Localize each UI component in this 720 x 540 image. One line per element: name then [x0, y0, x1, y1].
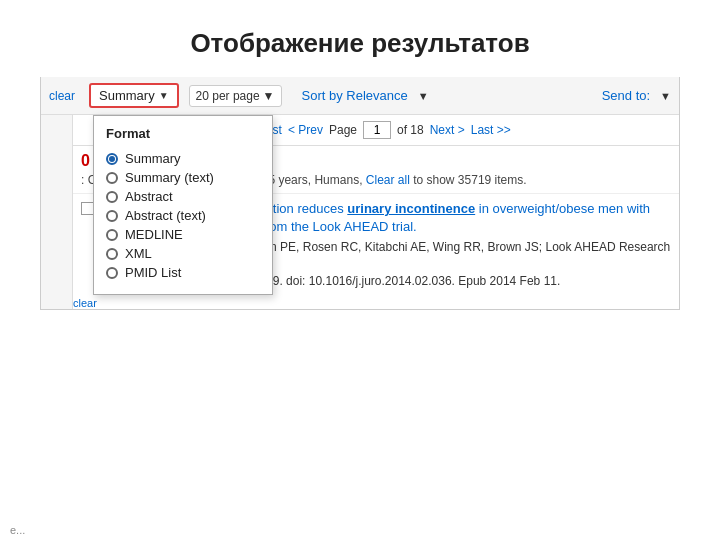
format-abstract-text-label: Abstract (text): [125, 208, 206, 223]
radio-xml-icon: [106, 248, 118, 260]
radio-abstract-icon: [106, 191, 118, 203]
radio-pmid-icon: [106, 267, 118, 279]
format-summary-label: Summary: [125, 151, 181, 166]
format-option-abstract[interactable]: Abstract: [106, 187, 260, 206]
left-bar: [41, 115, 73, 309]
clear-all-link[interactable]: Clear all: [366, 173, 410, 187]
prev-page-link[interactable]: < Prev: [288, 123, 323, 137]
format-option-xml[interactable]: XML: [106, 244, 260, 263]
radio-summary-text-icon: [106, 172, 118, 184]
summary-format-button[interactable]: Summary ▼: [89, 83, 179, 108]
radio-abstract-text-icon: [106, 210, 118, 222]
per-page-arrow-icon: ▼: [263, 89, 275, 103]
sort-arrow-icon: ▼: [418, 90, 429, 102]
clear-link[interactable]: clear: [49, 89, 75, 103]
format-option-medline[interactable]: MEDLINE: [106, 225, 260, 244]
format-pmid-label: PMID List: [125, 265, 181, 280]
format-option-summary[interactable]: Summary: [106, 149, 260, 168]
next-page-link[interactable]: Next >: [430, 123, 465, 137]
send-to-arrow-icon: ▼: [660, 90, 671, 102]
last-page-link[interactable]: Last >>: [471, 123, 511, 137]
dropdown-arrow-icon: ▼: [159, 90, 169, 101]
page-title: Отображение результатов: [0, 0, 720, 77]
format-option-pmid-list[interactable]: PMID List: [106, 263, 260, 282]
page-label: Page: [329, 123, 357, 137]
format-option-abstract-text[interactable]: Abstract (text): [106, 206, 260, 225]
title-bold: urinary incontinence: [347, 201, 475, 216]
bottom-clear-link[interactable]: clear: [41, 294, 679, 309]
per-page-label: 20 per page: [196, 89, 260, 103]
format-medline-label: MEDLINE: [125, 227, 183, 242]
of-pages-label: of 18: [397, 123, 424, 137]
dropdown-title: Format: [106, 126, 260, 141]
format-summary-text-label: Summary (text): [125, 170, 214, 185]
toolbar: clear Summary ▼ 20 per page ▼ Sort by Re…: [41, 77, 679, 115]
send-to-button[interactable]: Send to:: [602, 88, 650, 103]
format-dropdown: Format Summary Summary (text) Abstract A…: [93, 115, 273, 295]
format-xml-label: XML: [125, 246, 152, 261]
page-number-input[interactable]: [363, 121, 391, 139]
show-text: to show 35719 items.: [413, 173, 526, 187]
radio-summary-icon: [106, 153, 118, 165]
per-page-button[interactable]: 20 per page ▼: [189, 85, 282, 107]
summary-label: Summary: [99, 88, 155, 103]
main-container: clear Summary ▼ 20 per page ▼ Sort by Re…: [40, 77, 680, 310]
radio-medline-icon: [106, 229, 118, 241]
bottom-text: e...: [0, 524, 25, 536]
format-abstract-label: Abstract: [125, 189, 173, 204]
sort-relevance-link[interactable]: Sort by Relevance: [302, 88, 408, 103]
format-option-summary-text[interactable]: Summary (text): [106, 168, 260, 187]
